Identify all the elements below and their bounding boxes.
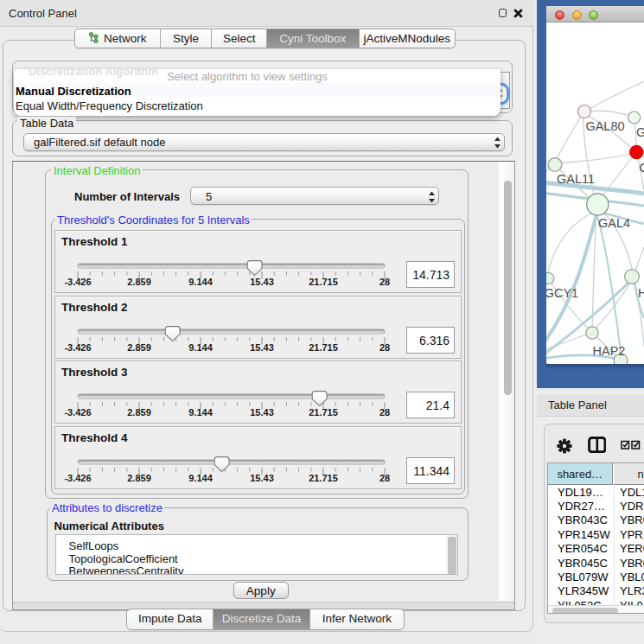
svg-text:GAL11: GAL11 (557, 172, 595, 186)
svg-text:GAL80: GAL80 (585, 119, 624, 133)
svg-text:HAP2: HAP2 (593, 344, 626, 358)
svg-text:GAL4: GAL4 (598, 216, 630, 230)
svg-text:HA: HA (638, 286, 644, 300)
svg-text:CD: CD (639, 161, 644, 175)
svg-text:GA: GA (636, 125, 644, 139)
svg-text:GCY1: GCY1 (546, 286, 578, 300)
